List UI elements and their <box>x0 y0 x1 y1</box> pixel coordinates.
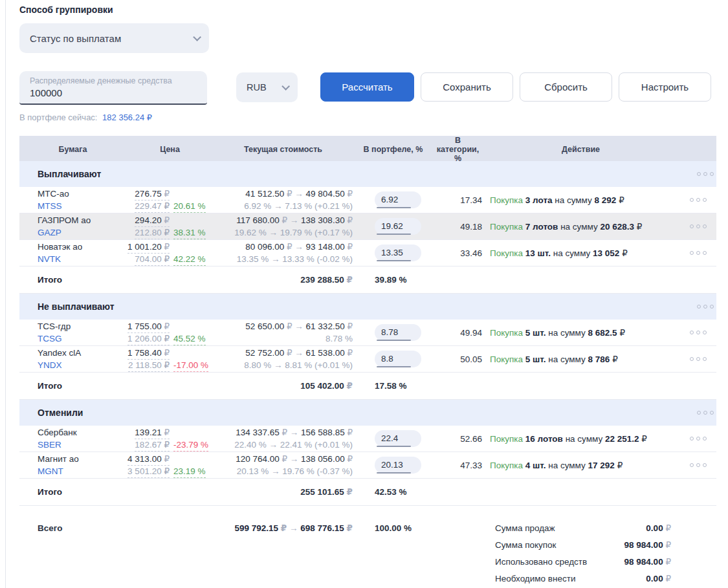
portfolio-pct-input[interactable]: 8.8 <box>375 351 421 367</box>
row-menu-button[interactable] <box>687 247 709 259</box>
table-body: ВыплачиваютМТС-аоMTSS276.75 ₽229.47 ₽20.… <box>19 161 716 506</box>
avg-price[interactable]: 704.00 ₽ <box>135 254 170 266</box>
row-menu-button[interactable] <box>687 459 709 471</box>
avg-price[interactable]: 1 206.00 ₽ <box>127 334 170 345</box>
security-ticker[interactable]: NVTK <box>38 253 126 265</box>
action-verb: Покупка <box>490 328 523 338</box>
current-value-cell: 117 680.00 ₽ → 138 308.30 ₽19.62 % → 19.… <box>214 214 353 239</box>
summary-value: 0.00 ₽ <box>646 520 671 537</box>
col-header-security: Бумага <box>19 145 126 154</box>
portfolio-pct-input[interactable]: 20.13 <box>375 457 421 474</box>
action-qty: 4 шт. <box>525 461 546 470</box>
value-change: 120 764.00 ₽ → 138 056.00 ₽ <box>214 453 353 465</box>
security-ticker[interactable]: YNDX <box>38 359 126 371</box>
reset-button[interactable]: Сбросить <box>520 72 612 102</box>
security-ticker[interactable]: MTSS <box>38 200 126 212</box>
arrow-right-icon: → <box>294 321 303 331</box>
ruble-sign: ₽ <box>347 275 353 285</box>
security-cell: ГАЗПРОМ аоGAZP <box>19 214 126 239</box>
avg-price[interactable]: 3 501.20 ₽ <box>127 466 170 478</box>
ruble-sign: ₽ <box>347 348 353 358</box>
configure-button[interactable]: Настроить <box>619 72 711 102</box>
ruble-sign: ₽ <box>281 454 287 464</box>
price-change-pct[interactable]: 38.31 % <box>173 228 206 239</box>
current-price[interactable]: 276.75 ₽ <box>135 189 170 201</box>
group-header: Выплачивают <box>19 161 716 187</box>
security-cell: МТС-аоMTSS <box>19 188 126 212</box>
arrow-right-icon: → <box>294 348 303 358</box>
current-price[interactable]: 1 001.20 ₽ <box>127 242 170 254</box>
avg-price[interactable]: 229.47 ₽ <box>135 201 170 213</box>
current-price[interactable]: 1 755.00 ₽ <box>127 321 170 333</box>
grouping-select[interactable]: Статус по выплатам <box>19 23 209 53</box>
current-price[interactable]: 4 313.00 ₽ <box>127 454 170 466</box>
security-ticker[interactable]: TCSG <box>38 332 126 345</box>
amount-input[interactable]: Распределяемые денежные средства 100000 <box>19 71 207 105</box>
current-price[interactable]: 1 758.40 ₽ <box>127 348 170 360</box>
security-name: Сбербанк <box>38 426 126 439</box>
price-change-pct[interactable]: 42.22 % <box>173 254 206 266</box>
row-menu-button[interactable] <box>687 353 709 365</box>
price-change-pct[interactable]: 45.52 % <box>173 334 206 345</box>
security-ticker[interactable]: GAZP <box>38 226 126 239</box>
currency-select[interactable]: RUB <box>236 72 298 102</box>
calculate-button[interactable]: Рассчитать <box>320 72 414 102</box>
portfolio-now-value[interactable]: 182 356.24 ₽ <box>102 113 152 122</box>
price-cell: 1 001.20 ₽704.00 ₽42.22 % <box>126 241 214 265</box>
row-menu-button[interactable] <box>694 407 716 419</box>
price-change-pct[interactable]: -17.00 % <box>173 360 208 372</box>
value-change: 41 512.50 ₽ → 49 804.50 ₽ <box>214 188 353 200</box>
action-cell: Покупка 3 лота на сумму 8 292 ₽ <box>482 195 679 205</box>
current-price[interactable]: 139.21 ₽ <box>135 428 170 439</box>
action-qty: 5 шт. <box>525 328 546 338</box>
ruble-sign: ₽ <box>164 321 170 331</box>
portfolio-pct-input[interactable]: 22.4 <box>375 430 421 447</box>
portfolio-pct-input[interactable]: 19.62 <box>375 218 421 235</box>
grand-total-label: Всего <box>19 520 126 537</box>
row-menu-button[interactable] <box>687 221 709 232</box>
price-change-pct[interactable]: 20.61 % <box>173 201 206 213</box>
price-cell: 294.20 ₽212.80 ₽38.31 % <box>126 214 214 239</box>
price-cell: 4 313.00 ₽3 501.20 ₽23.19 % <box>126 453 214 477</box>
grouping-label: Способ группировки <box>19 5 113 15</box>
current-value-cell: 52 752.00 ₽ → 61 538.00 ₽8.80 % → 8.81 %… <box>214 347 353 371</box>
security-cell: Yandex clAYNDX <box>19 347 126 371</box>
action-verb: Покупка <box>490 434 523 444</box>
current-value-cell: 41 512.50 ₽ → 49 804.50 ₽6.92 % → 7.13 %… <box>214 188 353 212</box>
category-pct-cell: 49.18 <box>434 222 482 232</box>
avg-price[interactable]: 182.67 ₽ <box>135 440 170 452</box>
current-value-cell: 52 650.00 ₽ → 61 332.50 ₽8.78 % <box>214 320 353 345</box>
avg-price[interactable]: 212.80 ₽ <box>135 228 170 239</box>
arrow-right-icon: → <box>290 215 299 225</box>
action-qty: 5 шт. <box>525 354 546 364</box>
ruble-sign: ₽ <box>281 215 287 225</box>
row-menu-button[interactable] <box>694 168 716 180</box>
current-price[interactable]: 294.20 ₽ <box>135 215 170 227</box>
row-menu-button[interactable] <box>687 433 709 444</box>
row-menu-button[interactable] <box>694 301 716 312</box>
group-total-row: Итого105 402.00 ₽17.58 % <box>19 373 716 400</box>
portfolio-pct-cell: 22.4 <box>353 430 434 447</box>
row-menu-button[interactable] <box>687 327 709 338</box>
save-button[interactable]: Сохранить <box>421 72 513 102</box>
row-menu-button[interactable] <box>687 194 709 206</box>
security-ticker[interactable]: MGNT <box>38 465 126 477</box>
portfolio-pct-input[interactable]: 13.35 <box>375 245 421 261</box>
arrow-right-icon: → <box>290 454 299 464</box>
security-cell: СбербанкSBER <box>19 426 126 451</box>
ruble-sign: ₽ <box>347 523 353 533</box>
action-sum: 17 292 <box>588 461 615 470</box>
col-header-category-pct: В категории, % <box>434 136 482 163</box>
avg-price[interactable]: 2 118.50 ₽ <box>128 360 170 372</box>
ruble-sign: ₽ <box>347 428 353 437</box>
col-header-portfolio-pct: В портфеле, % <box>353 145 434 154</box>
controls-section: Способ группировки Статус по выплатам Ра… <box>19 0 716 136</box>
price-change-pct[interactable]: 23.19 % <box>173 466 206 478</box>
ruble-sign: ₽ <box>347 215 353 225</box>
price-change-pct[interactable]: -23.79 % <box>173 440 208 452</box>
price-cell: 1 758.40 ₽2 118.50 ₽-17.00 % <box>126 347 214 371</box>
security-ticker[interactable]: SBER <box>38 439 126 451</box>
portfolio-pct-input[interactable]: 8.78 <box>375 324 421 341</box>
portfolio-pct-input[interactable]: 6.92 <box>375 191 421 208</box>
value-change: 52 650.00 ₽ → 61 332.50 ₽ <box>214 320 353 332</box>
